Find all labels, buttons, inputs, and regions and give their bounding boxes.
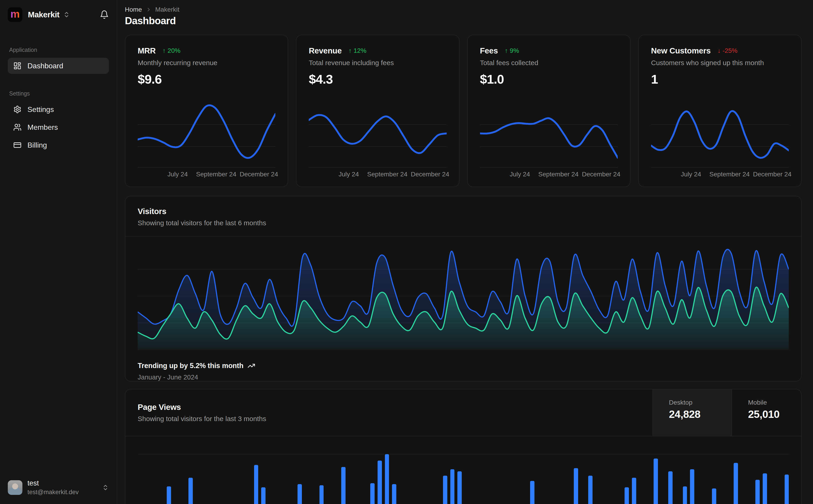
main-content: Home Makerkit Dashboard MRR ↑20% Monthly…	[117, 0, 813, 504]
x-axis-labels: July 24September 24December 24	[651, 171, 789, 181]
stat-card-new-customers: New Customers ↓-25% Customers who signed…	[638, 35, 802, 187]
axis-tick-label: September 24	[538, 171, 578, 178]
tab-mobile[interactable]: Mobile 25,010	[732, 389, 801, 436]
x-axis-labels: July 24September 24December 24	[480, 171, 618, 181]
stat-subtitle: Monthly recurring revenue	[138, 59, 275, 67]
bell-icon[interactable]	[100, 10, 109, 19]
axis-tick-label: September 24	[196, 171, 236, 178]
sidebar-nav: Application Dashboard Settings Settings …	[8, 47, 109, 155]
bar	[625, 487, 629, 504]
stat-title: MRR	[138, 46, 156, 55]
sidebar-item-billing[interactable]: Billing	[8, 137, 109, 153]
bar	[785, 475, 789, 504]
stat-title: New Customers	[651, 46, 711, 55]
users-icon	[13, 123, 21, 131]
arrow-up-icon: ↑	[505, 47, 508, 54]
chevrons-up-down-icon	[102, 484, 109, 491]
dashboard-icon	[13, 62, 21, 70]
bar	[763, 473, 767, 504]
axis-tick-label: December 24	[240, 171, 278, 178]
trend-badge: ↑20%	[162, 47, 180, 54]
bar	[254, 465, 259, 504]
sidebar-item-label: Members	[27, 123, 58, 132]
revenue-sparkline-chart	[309, 100, 446, 168]
sidebar-item-settings[interactable]: Settings	[8, 101, 109, 117]
section-label-application: Application	[9, 47, 109, 53]
stat-subtitle: Total revenue including fees	[309, 59, 446, 67]
trend-badge: ↑12%	[349, 47, 366, 54]
axis-tick-label: September 24	[367, 171, 408, 178]
bar	[734, 463, 738, 504]
trend-badge: ↑9%	[505, 47, 519, 54]
credit-card-icon	[13, 141, 21, 149]
makerkit-logo: m	[8, 7, 22, 22]
bar	[668, 471, 673, 504]
bar	[320, 485, 324, 504]
breadcrumb-home-link[interactable]: Home	[125, 6, 142, 13]
bar	[298, 484, 302, 504]
bar	[457, 471, 462, 504]
breadcrumb-current: Makerkit	[155, 6, 179, 13]
axis-tick-label: December 24	[753, 171, 792, 178]
mrr-sparkline-chart	[138, 100, 275, 168]
avatar	[8, 480, 22, 495]
page-views-bar-chart	[138, 441, 789, 504]
stat-title: Fees	[480, 46, 498, 55]
axis-tick-label: December 24	[582, 171, 620, 178]
x-axis-labels: July 24September 24December 24	[138, 171, 275, 181]
bar	[755, 480, 760, 504]
stat-card-mrr: MRR ↑20% Monthly recurring revenue $9.6 …	[125, 35, 288, 187]
bar	[632, 478, 636, 504]
trending-up-icon	[248, 362, 255, 370]
stat-cards-row: MRR ↑20% Monthly recurring revenue $9.6 …	[125, 35, 802, 187]
sidebar-item-label: Dashboard	[27, 62, 63, 70]
bar	[378, 461, 382, 504]
stat-value: $9.6	[138, 72, 275, 87]
user-menu[interactable]: test test@makerkit.dev	[8, 479, 109, 496]
axis-tick-label: July 24	[681, 171, 701, 178]
visitors-area-chart	[138, 242, 789, 350]
stat-card-revenue: Revenue ↑12% Total revenue including fee…	[296, 35, 459, 187]
axis-tick-label: July 24	[510, 171, 530, 178]
axis-tick-label: September 24	[709, 171, 750, 178]
bar	[370, 483, 375, 504]
bar	[690, 469, 694, 504]
breadcrumb: Home Makerkit	[125, 6, 802, 13]
sidebar-item-label: Settings	[27, 105, 54, 114]
arrow-up-icon: ↑	[162, 47, 166, 54]
x-axis-labels: July 24September 24December 24	[309, 171, 446, 181]
bar	[261, 487, 266, 504]
visitors-title: Visitors	[138, 207, 789, 216]
bar	[167, 486, 171, 504]
gridline	[138, 454, 789, 454]
sidebar-item-members[interactable]: Members	[8, 119, 109, 135]
sidebar: m Makerkit Application Dashboard Setting…	[0, 0, 117, 504]
stat-title: Revenue	[309, 46, 342, 55]
axis-tick-label: December 24	[411, 171, 449, 178]
user-email: test@makerkit.dev	[27, 489, 79, 496]
date-range: January - June 2024	[138, 374, 789, 381]
page-title: Dashboard	[125, 15, 802, 27]
page-views-title: Page Views	[138, 403, 640, 412]
bar	[712, 488, 716, 504]
tab-desktop[interactable]: Desktop 24,828	[653, 389, 732, 436]
page-views-subtitle: Showing total visitors for the last 3 mo…	[138, 415, 640, 423]
bar	[392, 484, 396, 504]
bar	[443, 476, 447, 504]
gear-icon	[13, 105, 21, 114]
sidebar-item-dashboard[interactable]: Dashboard	[8, 58, 109, 74]
stat-subtitle: Customers who signed up this month	[651, 59, 789, 67]
axis-tick-label: July 24	[339, 171, 359, 178]
page-views-tabs: Desktop 24,828 Mobile 25,010	[653, 389, 801, 436]
customers-sparkline-chart	[651, 100, 789, 168]
workspace-selector[interactable]: m Makerkit	[8, 6, 109, 23]
arrow-up-icon: ↑	[349, 47, 352, 54]
visitors-card: Visitors Showing total visitors for the …	[125, 196, 802, 382]
trending-text: Trending up by 5.2% this month	[138, 362, 243, 370]
page-views-card: Page Views Showing total visitors for th…	[125, 389, 802, 504]
stat-subtitle: Total fees collected	[480, 59, 618, 67]
bar	[188, 478, 193, 504]
axis-tick-label: July 24	[167, 171, 188, 178]
visitors-subtitle: Showing total visitors for the last 6 mo…	[138, 219, 789, 227]
bar	[654, 459, 658, 504]
